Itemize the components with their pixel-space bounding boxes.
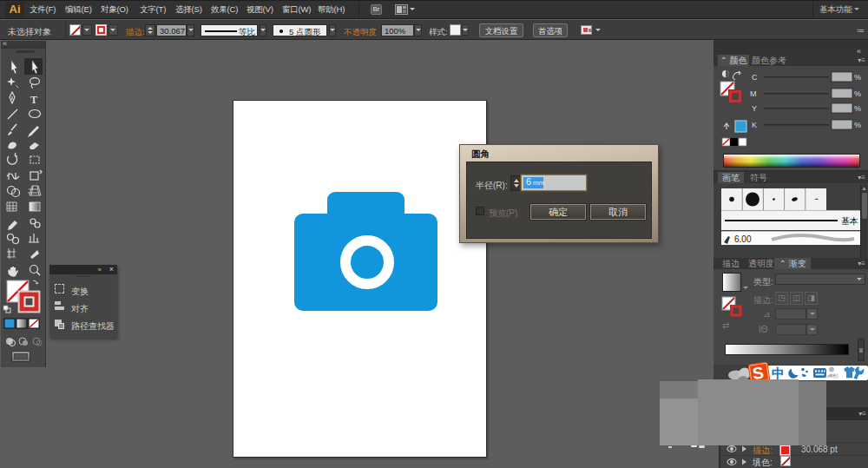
svg-text:中: 中 (772, 366, 785, 380)
svg-text:%: % (854, 89, 861, 98)
svg-text:%: % (854, 73, 861, 82)
svg-text:Y: Y (752, 104, 757, 113)
svg-text:%: % (854, 104, 861, 113)
svg-text:T: T (30, 94, 37, 106)
svg-text:K: K (752, 121, 757, 129)
svg-text:M: M (750, 89, 757, 98)
svg-text:C: C (752, 73, 758, 82)
svg-text:%: % (854, 121, 861, 129)
